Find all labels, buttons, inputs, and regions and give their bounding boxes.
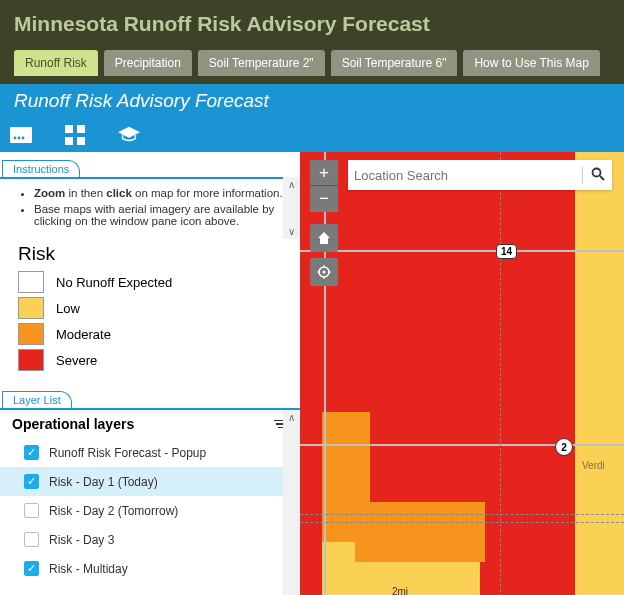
svg-point-3 — [22, 137, 25, 140]
layer-item[interactable]: ✓Risk - Day 1 (Today) — [0, 467, 300, 496]
scroll-up-icon[interactable]: ∧ — [288, 412, 295, 423]
svg-rect-5 — [77, 125, 85, 133]
app-title: Runoff Risk Advisory Forecast — [14, 90, 269, 111]
instructions-body: Zoom in then click on map for more infor… — [0, 177, 300, 239]
scroll-up-icon[interactable]: ∧ — [288, 179, 295, 190]
layer-list-tab[interactable]: Layer List — [2, 391, 72, 408]
checkbox[interactable]: ✓ — [24, 474, 39, 489]
instructions-tab[interactable]: Instructions — [2, 160, 80, 177]
search-input[interactable] — [354, 168, 582, 183]
instruction-item: Base maps with aerial imagery are availa… — [34, 203, 288, 227]
layer-label: Risk - Day 1 (Today) — [49, 475, 158, 489]
page-header: Minnesota Runoff Risk Advisory Forecast … — [0, 0, 624, 84]
svg-point-11 — [323, 271, 326, 274]
svg-line-17 — [600, 176, 604, 180]
scrollbar[interactable]: ∧ ∨ — [283, 177, 300, 239]
instruction-item: Zoom in then click on map for more infor… — [34, 187, 288, 199]
svg-marker-9 — [318, 232, 330, 244]
tab-how-to-use[interactable]: How to Use This Map — [463, 50, 600, 76]
tab-runoff-risk[interactable]: Runoff Risk — [14, 50, 98, 76]
svg-point-1 — [14, 137, 17, 140]
tab-precipitation[interactable]: Precipitation — [104, 50, 192, 76]
layer-list: ✓Runoff Risk Forecast - Popup✓Risk - Day… — [0, 438, 300, 583]
layer-list-widget: Layer List Operational layers ✓Runoff Ri… — [0, 383, 300, 595]
tab-soil-temp-2[interactable]: Soil Temperature 2" — [198, 50, 325, 76]
svg-rect-0 — [10, 127, 32, 143]
checkbox[interactable]: ✓ — [24, 445, 39, 460]
layer-item[interactable]: ✓Risk - Multiday — [0, 554, 300, 583]
layer-list-header: Operational layers — [0, 410, 300, 438]
route-shield-us14: 14 — [496, 244, 517, 259]
nav-control — [310, 224, 338, 292]
legend-swatch — [18, 271, 44, 293]
layer-label: Risk - Multiday — [49, 562, 128, 576]
svg-marker-8 — [118, 127, 140, 138]
more-menu-icon[interactable] — [10, 124, 32, 146]
graduation-cap-icon[interactable] — [118, 124, 140, 146]
legend-row: No Runoff Expected — [18, 271, 282, 293]
scrollbar[interactable]: ∧ ∨ — [283, 410, 300, 595]
svg-rect-6 — [65, 137, 73, 145]
home-button[interactable] — [310, 224, 338, 252]
toolbar — [0, 118, 624, 152]
scale-bar: 2mi — [328, 586, 408, 595]
layer-label: Runoff Risk Forecast - Popup — [49, 446, 206, 460]
tab-soil-temp-6[interactable]: Soil Temperature 6" — [331, 50, 458, 76]
zoom-out-button[interactable]: − — [310, 186, 338, 212]
location-search — [348, 160, 612, 190]
checkbox[interactable] — [24, 532, 39, 547]
layer-item[interactable]: ✓Runoff Risk Forecast - Popup — [0, 438, 300, 467]
legend-label: No Runoff Expected — [56, 275, 172, 290]
svg-point-16 — [592, 168, 600, 176]
map[interactable]: 14 2 Verdi + − 2mi ⊹ -96.314 44 — [300, 152, 624, 595]
legend-row: Moderate — [18, 323, 282, 345]
layer-item[interactable]: Risk - Day 2 (Tomorrow) — [0, 496, 300, 525]
legend-row: Severe — [18, 349, 282, 371]
legend-swatch — [18, 349, 44, 371]
legend-row: Low — [18, 297, 282, 319]
page-title: Minnesota Runoff Risk Advisory Forecast — [14, 12, 610, 36]
scale-label: 2mi — [328, 586, 408, 595]
place-label-verdi: Verdi — [582, 460, 605, 471]
zoom-in-button[interactable]: + — [310, 160, 338, 186]
main-tabs: Runoff Risk Precipitation Soil Temperatu… — [14, 50, 610, 76]
scroll-down-icon[interactable]: ∨ — [288, 226, 295, 237]
risk-legend: Risk No Runoff ExpectedLowModerateSevere — [0, 239, 300, 383]
legend-label: Severe — [56, 353, 97, 368]
checkbox[interactable]: ✓ — [24, 561, 39, 576]
locate-button[interactable] — [310, 258, 338, 286]
operational-layers-heading: Operational layers — [12, 416, 134, 432]
layer-label: Risk - Day 3 — [49, 533, 114, 547]
svg-rect-7 — [77, 137, 85, 145]
legend-swatch — [18, 323, 44, 345]
svg-rect-4 — [65, 125, 73, 133]
app-title-bar: Runoff Risk Advisory Forecast — [0, 84, 624, 118]
main-area: Instructions Zoom in then click on map f… — [0, 152, 624, 595]
checkbox[interactable] — [24, 503, 39, 518]
legend-label: Moderate — [56, 327, 111, 342]
layer-item[interactable]: Risk - Day 3 — [0, 525, 300, 554]
instructions-widget: Instructions Zoom in then click on map f… — [0, 160, 300, 239]
risk-legend-title: Risk — [18, 243, 282, 265]
legend-label: Low — [56, 301, 80, 316]
left-panel: Instructions Zoom in then click on map f… — [0, 152, 300, 595]
route-shield-2: 2 — [555, 438, 573, 456]
layer-label: Risk - Day 2 (Tomorrow) — [49, 504, 178, 518]
search-icon[interactable] — [582, 167, 606, 184]
svg-point-2 — [18, 137, 21, 140]
legend-swatch — [18, 297, 44, 319]
basemap-grid-icon[interactable] — [64, 124, 86, 146]
zoom-control: + − — [310, 160, 338, 212]
